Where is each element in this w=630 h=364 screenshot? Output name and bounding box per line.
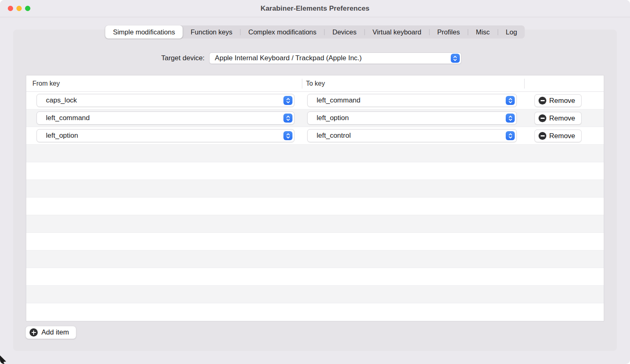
to-key-value: left_control (317, 132, 351, 140)
empty-table-row (26, 303, 604, 321)
empty-table-row (26, 215, 604, 233)
up-down-chevrons-icon (283, 114, 292, 123)
tab-function-keys[interactable]: Function keys (183, 25, 240, 39)
empty-table-row (26, 250, 604, 268)
table-header: From key To key (26, 75, 604, 92)
plus-circle-icon (30, 328, 38, 337)
from-key-select[interactable]: left_option (37, 129, 294, 142)
target-device-label: Target device: (161, 54, 205, 62)
up-down-chevrons-icon (506, 131, 515, 140)
up-down-chevrons-icon (506, 114, 515, 123)
up-down-chevrons-icon (506, 96, 515, 105)
table-row: left_command left_option Remove (26, 109, 604, 127)
from-key-value: caps_lock (46, 96, 77, 105)
remove-button-label: Remove (549, 97, 575, 105)
table-row: left_option left_control Remove (26, 127, 604, 145)
tab-virtual-keyboard[interactable]: Virtual keyboard (365, 25, 429, 39)
up-down-chevrons-icon (283, 131, 292, 140)
empty-table-row (26, 268, 604, 286)
to-key-value: left_option (317, 114, 349, 122)
tab-bar: Simple modifications Function keys Compl… (105, 25, 525, 39)
minus-circle-icon (539, 97, 546, 105)
tab-simple-modifications[interactable]: Simple modifications (105, 25, 183, 39)
minus-circle-icon (539, 132, 546, 140)
to-key-select[interactable]: left_control (307, 129, 517, 142)
remove-button-label: Remove (549, 132, 575, 140)
remove-button[interactable]: Remove (534, 130, 582, 142)
empty-table-row (26, 233, 604, 250)
to-key-column-header: To key (306, 75, 325, 92)
empty-table-row (26, 145, 604, 162)
remove-button-label: Remove (549, 114, 575, 123)
tab-log[interactable]: Log (498, 25, 525, 39)
to-key-value: left_command (317, 96, 361, 105)
add-item-button[interactable]: Add item (25, 326, 76, 339)
title-bar: Karabiner-Elements Preferences (0, 0, 630, 17)
table-empty-rows (26, 145, 604, 321)
from-key-select[interactable]: caps_lock (37, 94, 294, 107)
column-divider (302, 79, 302, 89)
tab-profiles[interactable]: Profiles (429, 25, 468, 39)
to-key-select[interactable]: left_command (307, 94, 517, 107)
tab-complex-modifications[interactable]: Complex modifications (241, 25, 324, 39)
empty-table-row (26, 286, 604, 303)
column-divider (524, 79, 525, 89)
target-device-row: Target device: Apple Internal Keyboard /… (161, 52, 461, 64)
from-key-value: left_command (46, 114, 90, 122)
remove-button[interactable]: Remove (534, 94, 582, 107)
tab-misc[interactable]: Misc (468, 25, 498, 39)
to-key-select[interactable]: left_option (307, 111, 517, 125)
mouse-cursor (0, 355, 6, 364)
empty-table-row (26, 162, 604, 180)
up-down-chevrons-icon (451, 54, 460, 63)
window-title: Karabiner-Elements Preferences (0, 0, 630, 17)
from-key-column-header: From key (32, 75, 60, 92)
karabiner-preferences-window: Karabiner-Elements Preferences Simple mo… (0, 0, 630, 364)
add-item-label: Add item (41, 328, 69, 337)
empty-table-row (26, 180, 604, 198)
table-row: caps_lock left_command Remove (26, 92, 604, 109)
minus-circle-icon (539, 114, 546, 122)
from-key-value: left_option (46, 132, 78, 140)
from-key-select[interactable]: left_command (37, 111, 294, 125)
target-device-select[interactable]: Apple Internal Keyboard / Trackpad (Appl… (209, 52, 461, 64)
remove-button[interactable]: Remove (534, 112, 582, 125)
simple-modifications-table: From key To key caps_lock left_command R… (26, 75, 604, 321)
empty-table-row (26, 198, 604, 215)
tab-devices[interactable]: Devices (324, 25, 364, 39)
target-device-value: Apple Internal Keyboard / Trackpad (Appl… (215, 54, 362, 62)
up-down-chevrons-icon (283, 96, 292, 105)
